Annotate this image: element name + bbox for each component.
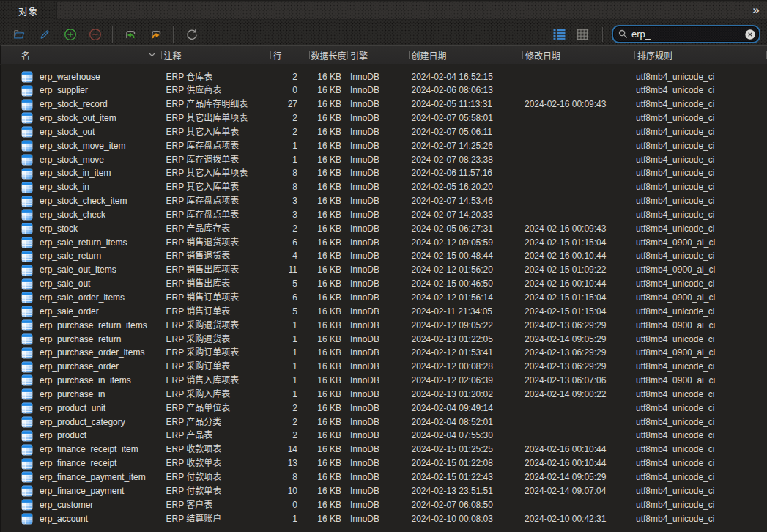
cell-table-name[interactable]: erp_purchase_order_items: [1, 346, 161, 360]
table-row[interactable]: erp_purchase_return ERP 采购退货表 1 16 KB In…: [1, 333, 767, 347]
table-row[interactable]: erp_finance_receipt ERP 收款单表 13 16 KB In…: [1, 457, 767, 470]
cell-table-name[interactable]: erp_finance_receipt_item: [1, 443, 161, 457]
table-row[interactable]: erp_stock_out_item ERP 其它出库单项表 2 16 KB I…: [1, 111, 767, 125]
cell-table-name[interactable]: erp_stock_out: [1, 125, 161, 139]
cell-table-name[interactable]: erp_stock_move: [1, 153, 161, 167]
cell-table-name[interactable]: erp_finance_payment_item: [1, 470, 161, 484]
table-row[interactable]: erp_sale_order_items ERP 销售订单项表 6 16 KB …: [1, 291, 767, 305]
column-header-collation[interactable]: 排序规则: [634, 46, 759, 64]
column-header-data-length[interactable]: 数据长度: [309, 46, 347, 64]
cell-table-name[interactable]: erp_product_unit: [1, 402, 161, 415]
cell-collation: utf8mb4_0900_ai_ci: [634, 236, 759, 250]
column-divider[interactable]: [347, 51, 348, 59]
table-row[interactable]: erp_purchase_order ERP 采购订单表 1 16 KB Inn…: [1, 360, 767, 374]
cell-table-name[interactable]: erp_stock_in_item: [1, 166, 161, 180]
column-header-modified[interactable]: 修改日期: [522, 46, 634, 64]
cell-table-name[interactable]: erp_sale_out: [1, 277, 161, 291]
table-row[interactable]: erp_account ERP 结算账户 1 16 KB InnoDB 2024…: [1, 512, 767, 526]
cell-table-name[interactable]: erp_sale_return: [1, 249, 161, 263]
search-input[interactable]: erp_: [612, 25, 760, 43]
cell-table-name[interactable]: erp_product: [1, 429, 161, 443]
export-wizard-button export-arrow-icon[interactable]: [149, 28, 163, 41]
cell-table-name[interactable]: erp_sale_out_items: [1, 263, 161, 277]
cell-table-name[interactable]: erp_supplier: [1, 84, 161, 97]
table-row[interactable]: erp_purchase_in_items ERP 销售入库项表 1 16 KB…: [1, 374, 767, 388]
cell-table-name[interactable]: erp_sale_order: [1, 305, 161, 319]
refresh-button refresh-icon[interactable]: [185, 28, 199, 41]
column-header-engine[interactable]: 引擎: [347, 46, 409, 64]
column-header-comment[interactable]: 注释: [161, 46, 270, 64]
cell-table-name[interactable]: erp_stock_move_item: [1, 139, 161, 153]
table-row[interactable]: erp_product ERP 产品表 2 16 KB InnoDB 2024-…: [1, 429, 767, 443]
table-row[interactable]: erp_finance_payment_item ERP 付款项表 8 16 K…: [1, 470, 767, 484]
table-row[interactable]: erp_stock_record ERP 产品库存明细表 27 16 KB In…: [1, 97, 767, 111]
cell-table-name[interactable]: erp_purchase_order: [1, 360, 161, 374]
table-row[interactable]: erp_stock_in_item ERP 其它入库单项表 8 16 KB In…: [1, 166, 767, 180]
cell-table-name[interactable]: erp_stock_check_item: [1, 194, 161, 208]
column-divider[interactable]: [634, 51, 635, 59]
cell-table-name[interactable]: erp_purchase_in_items: [1, 374, 161, 388]
column-header-name[interactable]: 名: [1, 46, 161, 64]
table-row[interactable]: erp_customer ERP 客户表 0 16 KB InnoDB 2024…: [1, 498, 767, 512]
cell-table-name[interactable]: erp_warehouse: [1, 70, 161, 84]
cell-table-name[interactable]: erp_finance_payment: [1, 484, 161, 498]
grid-view-toggle grid-view-icon[interactable]: [577, 29, 589, 40]
cell-table-name[interactable]: erp_purchase_return: [1, 333, 161, 347]
open-table-button folder-open-icon[interactable]: [12, 28, 26, 41]
table-row[interactable]: erp_stock_out ERP 其它入库单表 2 16 KB InnoDB …: [1, 125, 767, 139]
table-row[interactable]: erp_sale_out ERP 销售出库表 5 16 KB InnoDB 20…: [1, 277, 767, 291]
table-icon: [21, 374, 33, 386]
table-row[interactable]: erp_sale_return_items ERP 销售退货项表 6 16 KB…: [1, 236, 767, 250]
column-divider[interactable]: [270, 51, 271, 59]
cell-table-name[interactable]: erp_stock_check: [1, 208, 161, 222]
search-clear-button clear-circle-icon[interactable]: [745, 29, 755, 40]
cell-table-name[interactable]: erp_finance_receipt: [1, 457, 161, 470]
table-row[interactable]: erp_sale_out_items ERP 销售出库项表 11 16 KB I…: [1, 263, 767, 277]
cell-table-name[interactable]: erp_purchase_in: [1, 388, 161, 402]
table-row[interactable]: erp_sale_order ERP 销售订单表 5 16 KB InnoDB …: [1, 305, 767, 319]
cell-collation: utf8mb4_unicode_ci: [634, 305, 759, 319]
cell-table-name[interactable]: erp_stock_in: [1, 180, 161, 194]
table-row[interactable]: erp_stock_check_item ERP 库存盘点项表 3 16 KB …: [1, 194, 767, 208]
table-row[interactable]: erp_finance_receipt_item ERP 收款项表 14 16 …: [1, 443, 767, 457]
cell-table-name[interactable]: erp_product_category: [1, 415, 161, 429]
column-divider[interactable]: [409, 51, 410, 59]
cell-table-name[interactable]: erp_stock_record: [1, 97, 161, 111]
table-row[interactable]: erp_sale_return ERP 销售退货表 4 16 KB InnoDB…: [1, 249, 767, 263]
cell-table-name[interactable]: erp_purchase_return_items: [1, 319, 161, 333]
table-row[interactable]: erp_purchase_order_items ERP 采购订单项表 1 16…: [1, 346, 767, 360]
list-view-toggle list-view-icon[interactable]: [553, 29, 566, 40]
table-row[interactable]: erp_stock_in ERP 其它入库单表 8 16 KB InnoDB 2…: [1, 180, 767, 194]
table-row[interactable]: erp_product_category ERP 产品分类 2 16 KB In…: [1, 415, 767, 429]
cell-table-name[interactable]: erp_account: [1, 512, 161, 526]
column-divider[interactable]: [522, 51, 523, 59]
column-divider[interactable]: [161, 51, 162, 59]
cell-table-name[interactable]: erp_sale_return_items: [1, 236, 161, 250]
new-table-button plus-circle-icon[interactable]: [64, 28, 77, 41]
table-row[interactable]: erp_supplier ERP 供应商表 0 16 KB InnoDB 202…: [1, 84, 767, 97]
table-row[interactable]: erp_product_unit ERP 产品单位表 2 16 KB InnoD…: [1, 402, 767, 415]
table-row[interactable]: erp_finance_payment ERP 付款单表 10 16 KB In…: [1, 484, 767, 498]
table-row[interactable]: erp_stock_move_item ERP 库存盘点项表 1 16 KB I…: [1, 139, 767, 153]
delete-table-button minus-circle-icon[interactable]: [89, 28, 102, 41]
table-row[interactable]: erp_stock_move ERP 库存调拨单表 1 16 KB InnoDB…: [1, 153, 767, 167]
cell-data-length: 16 KB: [309, 249, 347, 263]
import-wizard-button import-arrow-icon[interactable]: [124, 28, 137, 41]
design-table-button pencil-icon[interactable]: [38, 28, 51, 41]
table-row[interactable]: erp_warehouse ERP 仓库表 2 16 KB InnoDB 202…: [1, 70, 767, 84]
cell-table-name[interactable]: erp_sale_order_items: [1, 291, 161, 305]
column-header-created[interactable]: 创建日期: [409, 46, 523, 64]
cell-table-name[interactable]: erp_customer: [1, 498, 161, 512]
column-header-rows[interactable]: 行: [270, 46, 310, 64]
column-divider[interactable]: [309, 51, 310, 59]
cell-table-name[interactable]: erp_stock: [1, 222, 161, 236]
tab-overflow-button[interactable]: »: [746, 1, 766, 19]
table-row[interactable]: erp_purchase_return_items ERP 采购退货项表 1 1…: [1, 319, 767, 333]
table-row[interactable]: erp_stock_check ERP 库存盘点单表 3 16 KB InnoD…: [1, 208, 767, 222]
cell-created-date: 2024-02-12 01:53:41: [409, 346, 523, 360]
tab-objects[interactable]: 对象: [0, 1, 56, 21]
table-row[interactable]: erp_purchase_in ERP 采购入库表 1 16 KB InnoDB…: [1, 388, 767, 402]
tab-strip[interactable]: [56, 2, 767, 20]
table-row[interactable]: erp_stock ERP 产品库存表 2 16 KB InnoDB 2024-…: [1, 222, 767, 236]
cell-table-name[interactable]: erp_stock_out_item: [1, 111, 161, 125]
